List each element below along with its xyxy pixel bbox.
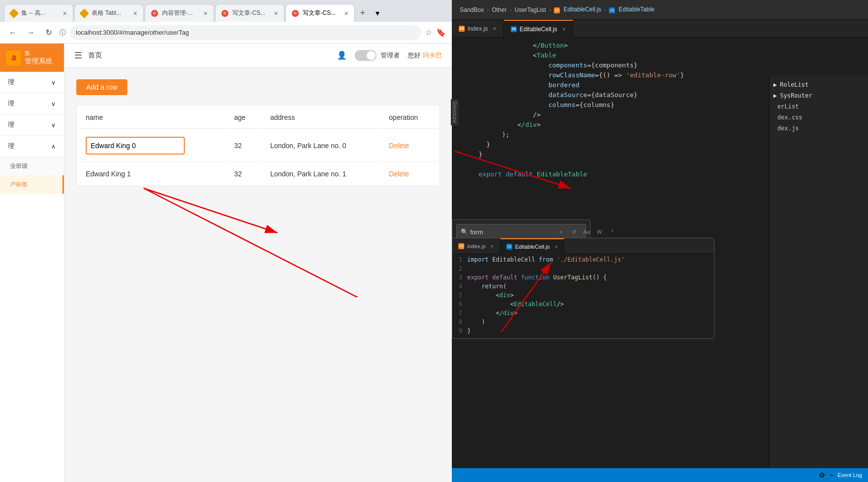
tab-close-4[interactable]: ×	[274, 9, 278, 17]
forward-button[interactable]: →	[24, 26, 38, 40]
tab-3[interactable]: C 内容管理-... ×	[145, 4, 214, 22]
file-label-1: erList	[777, 103, 799, 110]
sidebar-label-2: 理	[8, 99, 14, 108]
ide-tab-close-index[interactable]: ×	[493, 25, 496, 32]
admin-toggle[interactable]	[355, 50, 377, 61]
ide-tab-editablecell[interactable]: JS EditableCell.js ×	[504, 20, 573, 38]
sidebar-sub-label-class: 业班级	[10, 162, 28, 169]
bookmark-icon[interactable]: ☆	[425, 28, 432, 37]
tab-2[interactable]: 表格 Tabl... ×	[74, 4, 144, 22]
file-item-erlist[interactable]: erList	[769, 101, 868, 112]
cp-line-num: 8	[452, 319, 467, 327]
ide-tab-close-editablecell[interactable]: ×	[562, 26, 566, 33]
gear-icon[interactable]: ⚙	[819, 471, 825, 479]
row1-name-cell[interactable]	[78, 130, 225, 162]
cp-line: 1 import EditableCell from './EditableCe…	[452, 256, 714, 265]
tab-label-5: 写文章-CS...	[303, 9, 336, 17]
chevron-up-icon-4: ∧	[51, 143, 56, 150]
sidebar-title-top: 集	[25, 50, 53, 57]
sidebar-sub-item-class[interactable]: 业班级	[0, 157, 64, 175]
address-input[interactable]	[70, 25, 421, 40]
search-word-button[interactable]: W	[594, 226, 605, 237]
search-refresh-button[interactable]: ↺	[568, 226, 579, 237]
page-header: ☰ 首页 👤 管理者 您好 玛卡巴	[64, 44, 452, 67]
file-label-3: dex.js	[777, 125, 799, 132]
row2-delete-button[interactable]: Delete	[389, 170, 409, 178]
tab-icon-5: C	[292, 10, 299, 17]
search-actions: × ↺ Aa W *	[555, 226, 618, 237]
breadcrumb-usertaglist[interactable]: UserTagList	[515, 6, 546, 13]
cp-tab-close-editablecell[interactable]: ×	[554, 244, 557, 250]
cp-line-content: import EditableCell from './EditableCell…	[467, 256, 714, 265]
row1-delete-button[interactable]: Delete	[389, 142, 409, 150]
tab-close-5[interactable]: ×	[344, 9, 348, 17]
new-tab-button[interactable]: +	[356, 6, 370, 20]
table-row: 32 London, Park Lane no. 0 Delete	[78, 130, 438, 162]
breadcrumb-editabletable[interactable]: JS EditableTable	[609, 6, 654, 13]
tab-close-3[interactable]: ×	[204, 9, 208, 17]
cp-tab-icon-index: JS	[458, 243, 464, 249]
sidebar-item-3[interactable]: 理 ∨	[0, 114, 64, 136]
tab-5[interactable]: C 写文章-CS... ×	[285, 4, 355, 22]
cp-line-num: 3	[452, 274, 467, 283]
sidebar-item-4[interactable]: 理 ∧	[0, 136, 64, 157]
back-button[interactable]: ←	[6, 26, 20, 40]
address-bar: ← → ↻ ⓘ ☆ 🔖	[0, 22, 452, 44]
line-content: components={components}	[477, 61, 868, 71]
breadcrumb-other[interactable]: Other	[492, 6, 507, 13]
tab-close-2[interactable]: ×	[133, 9, 137, 17]
code-panel: JS index.js × JS EditableCell.js × 1 imp…	[452, 238, 714, 339]
add-row-button[interactable]: Add a row	[76, 79, 127, 95]
line-num	[452, 131, 477, 141]
file-item-dexcss[interactable]: dex.css	[769, 112, 868, 123]
search-clear-button[interactable]: ×	[555, 226, 566, 237]
ide-tab-bar: JS index.js × JS EditableCell.js ×	[452, 20, 868, 38]
app-container: 🍎 集 管理系统 理 ∨ 理 ∨ 理 ∨	[0, 44, 452, 482]
cp-line: 8 )	[452, 319, 714, 327]
cp-tab-label-editablecell: EditableCell.js	[515, 244, 550, 250]
col-header-operation: operation	[381, 107, 438, 129]
tab-close-1[interactable]: ×	[63, 9, 67, 17]
tab-icon-3: C	[151, 10, 158, 17]
ide-tab-icon-index: JS	[459, 26, 465, 32]
search-regex-button[interactable]: *	[607, 226, 618, 237]
sidebar-sub-item-tag[interactable]: 户标签	[0, 175, 64, 194]
cp-tab-close-index[interactable]: ×	[490, 243, 493, 249]
code-panel-tab-editablecell[interactable]: JS EditableCell.js ×	[500, 238, 564, 254]
menu-icon[interactable]: ☰	[74, 50, 82, 61]
breadcrumb-editablecell[interactable]: JS EditableCell.js	[554, 6, 601, 13]
tab-1[interactable]: 集 -- 高... ×	[4, 4, 73, 22]
toggle-knob	[367, 51, 376, 60]
event-log-label[interactable]: Event Log	[837, 472, 862, 478]
line-num	[452, 71, 477, 81]
code-panel-tab-index[interactable]: JS index.js ×	[452, 238, 500, 254]
file-folder-rolelist[interactable]: ▶ RoleList	[769, 79, 868, 90]
sidebar-item-2[interactable]: 理 ∨	[0, 93, 64, 114]
toggle-wrap: 管理者	[355, 50, 400, 61]
sidebar-label-3: 理	[8, 120, 14, 129]
file-folder-sysrouter[interactable]: ▶ SysRouter	[769, 90, 868, 101]
file-label-2: dex.css	[777, 114, 803, 121]
ide-tab-index[interactable]: JS index.js ×	[452, 20, 504, 38]
sidebar-label-4: 理	[8, 142, 14, 151]
ide-tab-icon-editablecell: JS	[511, 26, 517, 32]
toggle-label: 管理者	[380, 51, 400, 60]
save-page-icon[interactable]: 🔖	[436, 28, 446, 37]
tab-label-4: 写文章-CS...	[232, 9, 266, 17]
line-num	[452, 81, 477, 91]
breadcrumb-sep-2: ›	[510, 6, 512, 13]
tab-more-button[interactable]: ▾	[371, 6, 384, 20]
cp-line-num: 2	[452, 265, 467, 274]
breadcrumb-sandbox[interactable]: SandBox	[460, 6, 484, 13]
tab-4[interactable]: C 写文章-CS... ×	[215, 4, 284, 22]
file-item-dexjs[interactable]: dex.js	[769, 123, 868, 134]
search-case-button[interactable]: Aa	[581, 226, 592, 237]
minimize-icon[interactable]: −	[829, 471, 833, 479]
refresh-button[interactable]: ↻	[42, 26, 55, 40]
row1-name-input[interactable]	[86, 137, 185, 155]
code-panel-tabs: JS index.js × JS EditableCell.js ×	[452, 238, 714, 254]
cp-line-num: 7	[452, 310, 467, 319]
search-input[interactable]	[470, 228, 553, 236]
sidebar-item-1[interactable]: 理 ∨	[0, 72, 64, 93]
ide-breadcrumb: SandBox › Other › UserTagList › JS Edita…	[452, 0, 868, 20]
